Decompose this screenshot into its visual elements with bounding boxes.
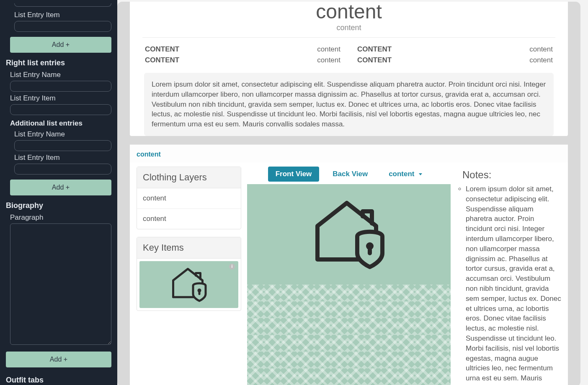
outfit-tabs-title: Outfit tabs (6, 376, 111, 385)
additional-entries-title: Additional list entries (10, 119, 111, 128)
entry-item-input-1[interactable] (10, 104, 111, 115)
notes-title: Notes: (462, 169, 561, 181)
kv-key: CONTENT (145, 45, 179, 54)
list-entry-input-top-prev[interactable] (14, 3, 111, 7)
entry-item-input-2[interactable] (14, 164, 111, 175)
view-tabs: Front View Back View content (247, 167, 451, 182)
key-items-panel: Key Items i (137, 237, 241, 311)
kv-val: content (317, 56, 340, 64)
kv-row: CONTENT content (357, 56, 553, 64)
tab-more-dropdown[interactable]: content (381, 167, 430, 182)
figure-illustration (247, 184, 451, 285)
left-column: Clothing Layers content content Key Item… (137, 167, 241, 385)
section-body: Clothing Layers content content Key Item… (130, 162, 568, 385)
kv-val: content (529, 45, 553, 54)
kv-val: content (317, 45, 340, 54)
entry-name-input-2[interactable] (14, 140, 111, 151)
body-paragraph: Lorem ipsum dolor sit amet, consectetur … (144, 73, 554, 136)
kv-key: CONTENT (357, 56, 392, 64)
tab-back-view[interactable]: Back View (325, 167, 375, 182)
kv-row: CONTENT content (145, 45, 340, 54)
entry-item-label-2: List Entry Item (14, 154, 111, 162)
add-button-1[interactable]: Add + (10, 37, 111, 53)
kv-key: CONTENT (145, 56, 179, 64)
tab-more-label: content (389, 170, 414, 178)
kv-val: content (529, 56, 553, 64)
center-column: Front View Back View content (247, 167, 451, 385)
note-item: Lorem ipsum dolor sit amet, consectetur … (466, 184, 561, 385)
figure-area (247, 184, 451, 385)
kv-row: CONTENT content (145, 56, 340, 64)
clothing-item[interactable]: content (137, 188, 241, 209)
kv-key: CONTENT (357, 45, 392, 54)
tab-front-view[interactable]: Front View (268, 167, 320, 182)
info-icon[interactable]: i (229, 264, 235, 270)
main-content: content content CONTENT content CONTENT … (117, 2, 580, 385)
section-tab-label: content (137, 151, 161, 158)
kv-grid: CONTENT content CONTENT content CONTENT … (130, 38, 568, 69)
biography-textarea[interactable] (10, 223, 111, 345)
entry-name-label-2: List Entry Name (14, 130, 111, 139)
page-subtitle: content (142, 23, 555, 38)
chevron-down-icon (419, 173, 422, 175)
sidebar: List Entry Item Add + Right list entries… (0, 0, 117, 385)
add-button-3[interactable]: Add + (6, 352, 111, 367)
entry-name-input-1[interactable] (10, 81, 111, 92)
biography-title: Biography (6, 201, 111, 210)
right-list-title: Right list entries (6, 59, 111, 67)
key-items-title: Key Items (137, 237, 241, 259)
clothing-panel: Clothing Layers content content (137, 167, 241, 229)
clothing-panel-title: Clothing Layers (137, 167, 241, 188)
entry-item-label-1: List Entry Item (10, 94, 111, 103)
kv-row: CONTENT content (357, 45, 553, 54)
page-title: content (130, 2, 568, 22)
list-entry-item-label: List Entry Item (14, 11, 111, 19)
clothing-item[interactable]: content (137, 209, 241, 229)
key-item-card[interactable]: i (139, 261, 238, 308)
header-card: content content CONTENT content CONTENT … (130, 2, 568, 136)
notes-list: Lorem ipsum dolor sit amet, consectetur … (456, 184, 561, 385)
house-shield-icon (309, 192, 389, 276)
add-button-2[interactable]: Add + (10, 180, 111, 195)
paragraph-label: Paragraph (10, 213, 111, 222)
house-shield-icon (168, 266, 210, 303)
right-column: Notes: Lorem ipsum dolor sit amet, conse… (456, 167, 561, 385)
list-entry-item-input-top[interactable] (14, 21, 111, 32)
entry-name-label-1: List Entry Name (10, 71, 111, 79)
section-tab[interactable]: content (130, 144, 568, 162)
